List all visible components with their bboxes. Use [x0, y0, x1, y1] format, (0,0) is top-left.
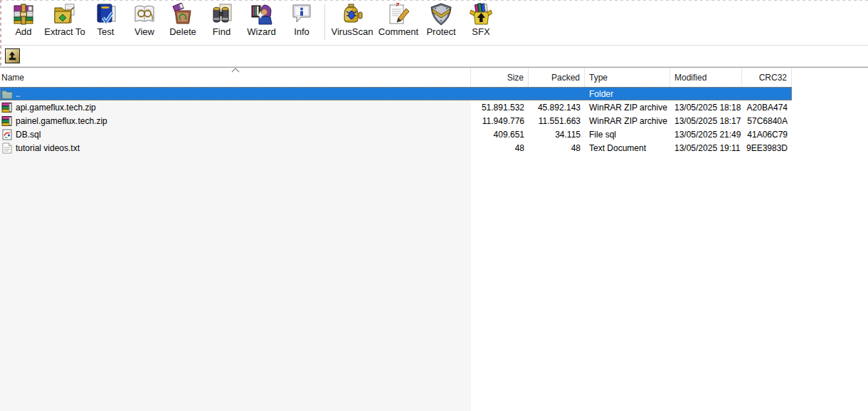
- toolbar: Add Extract To Test: [0, 0, 868, 46]
- file-name: painel.gameflux.tech.zip: [16, 116, 107, 126]
- up-directory-button[interactable]: [5, 48, 20, 63]
- file-modified: 13/05/2025 18:17: [670, 114, 742, 128]
- file-row[interactable]: painel.gameflux.tech.zip 11.949.776 11.5…: [0, 114, 792, 128]
- wizard-icon: [250, 3, 273, 26]
- folder-up-icon: [7, 51, 18, 61]
- virus-scan-icon: [341, 3, 364, 26]
- file-type: File sql: [585, 128, 670, 141]
- test-archive-icon: [95, 3, 117, 26]
- column-header-packed[interactable]: Packed: [529, 68, 585, 87]
- column-header-label: Type: [589, 73, 608, 83]
- file-crc32: 41A06C79: [742, 128, 792, 141]
- column-header-modified[interactable]: Modified: [670, 68, 742, 87]
- comment-icon: [387, 3, 410, 26]
- file-type: WinRAR ZIP archive: [585, 114, 670, 128]
- file-size: 11.949.776: [471, 114, 529, 128]
- file-name: tutorial videos.txt: [16, 143, 80, 153]
- toolbar-label-delete: Delete: [169, 27, 196, 37]
- file-name: ..: [16, 89, 21, 99]
- toolbar-label-extract-to: Extract To: [44, 27, 85, 37]
- column-header-row: Name Size Packed Type Modified CRC32: [0, 68, 792, 87]
- toolbar-button-protect[interactable]: Protect: [420, 2, 462, 43]
- file-row[interactable]: DB.sql 409.651 34.115 File sql 13/05/202…: [0, 128, 792, 141]
- file-size: 48: [471, 141, 529, 155]
- file-packed: 48: [529, 141, 585, 155]
- file-modified: 13/05/2025 18:18: [670, 100, 742, 114]
- toolbar-button-delete[interactable]: Delete: [164, 2, 202, 43]
- file-list-panel: Name Size Packed Type Modified CRC32 .. …: [0, 67, 868, 411]
- file-name: DB.sql: [16, 130, 41, 140]
- file-crc32: [742, 87, 792, 100]
- toolbar-button-sfx[interactable]: SFX: [462, 2, 500, 43]
- text-file-icon: [1, 142, 13, 154]
- zip-archive-icon: [1, 102, 13, 113]
- file-row[interactable]: tutorial videos.txt 48 48 Text Document …: [0, 141, 792, 155]
- file-row-parent-directory[interactable]: .. Folder: [0, 87, 792, 100]
- toolbar-button-extract-to[interactable]: Extract To: [43, 2, 86, 43]
- file-size: 51.891.532: [471, 100, 529, 114]
- toolbar-label-info: Info: [294, 27, 309, 37]
- toolbar-label-virusscan: VirusScan: [331, 27, 373, 37]
- sql-file-icon: [1, 129, 13, 140]
- screenshot-marquee-left: [0, 0, 1, 67]
- column-header-type[interactable]: Type: [585, 68, 670, 87]
- screenshot-marquee-top: [0, 0, 868, 1]
- file-name: api.gameflux.tech.zip: [16, 103, 96, 113]
- file-packed: 34.115: [529, 128, 585, 141]
- toolbar-label-add: Add: [15, 27, 31, 37]
- column-header-label: Packed: [551, 73, 580, 83]
- file-type: WinRAR ZIP archive: [585, 100, 670, 114]
- toolbar-label-view: View: [134, 27, 154, 37]
- delete-icon: [171, 3, 194, 26]
- find-icon: [211, 3, 233, 26]
- toolbar-button-test[interactable]: Test: [86, 2, 125, 43]
- file-row[interactable]: api.gameflux.tech.zip 51.891.532 45.892.…: [0, 100, 792, 114]
- info-icon: [290, 3, 313, 26]
- file-modified: [670, 87, 742, 100]
- toolbar-label-wizard: Wizard: [247, 27, 275, 37]
- toolbar-button-add[interactable]: Add: [4, 2, 43, 43]
- toolbar-button-virusscan[interactable]: VirusScan: [328, 2, 376, 43]
- file-type: Folder: [585, 87, 670, 100]
- toolbar-label-sfx: SFX: [472, 27, 489, 37]
- extract-to-icon: [53, 3, 76, 26]
- toolbar-label-protect: Protect: [426, 27, 455, 37]
- file-modified: 13/05/2025 21:49: [670, 128, 742, 141]
- file-modified: 13/05/2025 19:11: [670, 141, 742, 155]
- zip-archive-icon: [1, 115, 13, 127]
- file-crc32: A20BA474: [742, 100, 792, 114]
- toolbar-label-find: Find: [213, 27, 231, 37]
- add-archive-icon: [12, 3, 35, 26]
- column-header-label: CRC32: [759, 73, 787, 83]
- file-packed: 45.892.143: [529, 100, 585, 114]
- folder-icon: [1, 88, 13, 100]
- column-header-size[interactable]: Size: [471, 68, 529, 87]
- file-type: Text Document: [585, 141, 670, 155]
- column-header-label: Modified: [674, 73, 706, 83]
- file-packed: [529, 87, 585, 100]
- toolbar-button-find[interactable]: Find: [202, 2, 241, 43]
- file-size: [471, 87, 529, 100]
- column-header-label: Size: [507, 73, 524, 83]
- column-header-label: Name: [1, 73, 24, 83]
- column-header-crc32[interactable]: CRC32: [742, 68, 792, 87]
- sfx-icon: [470, 3, 492, 26]
- toolbar-button-info[interactable]: Info: [282, 2, 322, 43]
- address-bar-row: [0, 46, 868, 67]
- toolbar-button-comment[interactable]: Comment: [376, 2, 420, 43]
- file-crc32: 57C6840A: [742, 114, 792, 128]
- toolbar-label-test: Test: [97, 27, 115, 37]
- toolbar-button-view[interactable]: View: [125, 2, 164, 43]
- file-list-body: .. Folder api.gameflux.tech.zip 51.891.5…: [0, 87, 868, 411]
- toolbar-separator: [324, 4, 325, 40]
- sort-ascending-icon: [231, 68, 240, 73]
- file-packed: 11.551.663: [529, 114, 585, 128]
- file-crc32: 9EE3983D: [742, 141, 792, 155]
- file-size: 409.651: [471, 128, 529, 141]
- protect-icon: [430, 3, 452, 26]
- toolbar-label-comment: Comment: [379, 27, 418, 37]
- view-file-icon: [133, 3, 156, 26]
- toolbar-button-wizard[interactable]: Wizard: [241, 2, 282, 43]
